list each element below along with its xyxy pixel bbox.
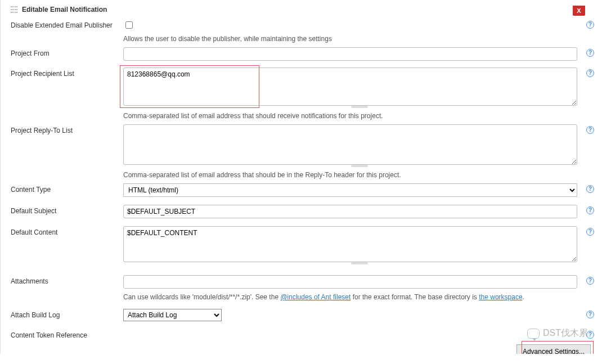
ant-fileset-link[interactable]: @includes of Ant fileset bbox=[280, 293, 351, 301]
drag-handle-icon[interactable] bbox=[11, 6, 17, 13]
resize-handle-icon[interactable] bbox=[351, 106, 368, 108]
workspace-link[interactable]: the workspace bbox=[479, 293, 522, 301]
help-icon[interactable]: ? bbox=[586, 49, 594, 57]
project-from-input[interactable] bbox=[123, 47, 577, 61]
recipient-list-textarea[interactable]: 812368865@qq.com bbox=[123, 68, 577, 106]
label-default-content: Default Content bbox=[11, 226, 123, 236]
help-icon[interactable]: ? bbox=[586, 277, 594, 285]
disable-ext-help: Allows the user to disable the publisher… bbox=[123, 35, 595, 43]
close-button[interactable]: X bbox=[573, 6, 585, 16]
reply-to-textarea[interactable] bbox=[123, 124, 577, 165]
label-reply-to: Project Reply-To List bbox=[11, 124, 123, 134]
help-icon[interactable]: ? bbox=[586, 311, 594, 318]
label-default-subject: Default Subject bbox=[11, 205, 123, 215]
default-subject-input[interactable] bbox=[123, 205, 577, 218]
advanced-settings-button[interactable]: Advanced Settings... bbox=[516, 344, 591, 354]
resize-handle-icon[interactable] bbox=[351, 165, 368, 167]
help-icon[interactable]: ? bbox=[586, 228, 594, 236]
label-disable-ext: Disable Extended Email Publisher bbox=[11, 19, 123, 29]
attachments-help: Can use wildcards like 'module/dist/**/*… bbox=[123, 293, 595, 301]
help-icon[interactable]: ? bbox=[586, 126, 594, 134]
content-type-select[interactable]: HTML (text/html) bbox=[123, 183, 577, 197]
help-icon[interactable]: ? bbox=[586, 331, 594, 339]
label-attachments: Attachments bbox=[11, 275, 123, 285]
attach-log-select[interactable]: Attach Build Log bbox=[123, 309, 222, 321]
label-content-type: Content Type bbox=[11, 183, 123, 194]
recipient-help: Comma-separated list of email address th… bbox=[123, 112, 595, 120]
resize-handle-icon[interactable] bbox=[351, 262, 368, 264]
reply-to-help: Comma-separated list of email address th… bbox=[123, 171, 595, 179]
help-icon[interactable]: ? bbox=[586, 69, 594, 77]
disable-ext-checkbox[interactable] bbox=[125, 21, 133, 29]
help-icon[interactable]: ? bbox=[586, 21, 594, 29]
label-recipient-list: Project Recipient List bbox=[11, 68, 123, 78]
label-project-from: Project From bbox=[11, 47, 123, 57]
section-header: Editable Email Notification bbox=[11, 6, 595, 14]
attachments-input[interactable] bbox=[123, 275, 577, 289]
default-content-textarea[interactable]: $DEFAULT_CONTENT bbox=[123, 226, 577, 262]
section-title: Editable Email Notification bbox=[22, 6, 107, 14]
help-icon[interactable]: ? bbox=[586, 206, 594, 214]
help-icon[interactable]: ? bbox=[586, 185, 594, 193]
label-token-ref: Content Token Reference bbox=[11, 329, 123, 339]
label-attach-log: Attach Build Log bbox=[11, 309, 123, 319]
